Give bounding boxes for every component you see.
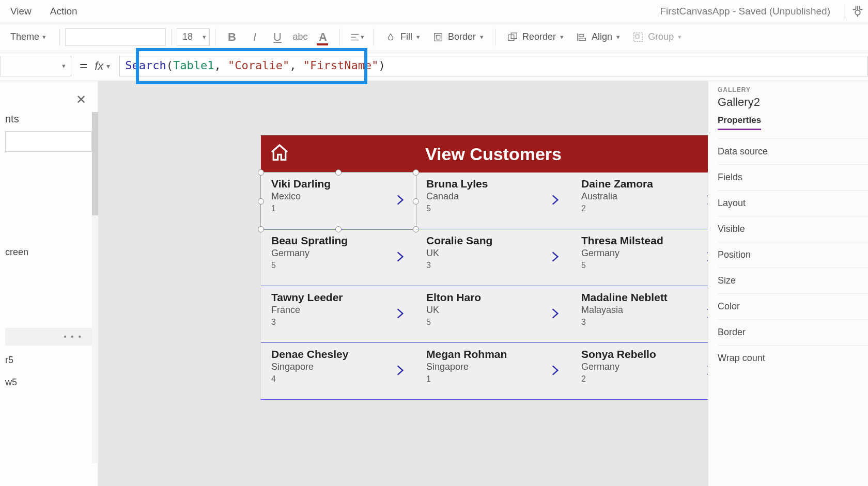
item-name: Tawny Leeder <box>271 291 406 304</box>
item-number: 5 <box>426 318 561 327</box>
align-dropdown[interactable]: Align ▾ <box>570 23 626 51</box>
item-number: 5 <box>426 204 561 213</box>
property-row[interactable]: Wrap count <box>718 345 868 371</box>
svg-point-0 <box>855 10 860 15</box>
tree-item[interactable]: r5 <box>5 353 92 368</box>
tree-item[interactable]: creen <box>5 245 92 260</box>
scrollbar-thumb[interactable] <box>92 112 98 215</box>
reorder-icon <box>507 32 518 43</box>
scrollbar[interactable] <box>92 112 98 463</box>
menu-action[interactable]: Action <box>41 6 87 17</box>
svg-rect-12 <box>636 35 639 38</box>
font-size-dropdown[interactable]: 18 ▾ <box>177 28 210 46</box>
chevron-down-icon[interactable]: ▾ <box>106 62 110 70</box>
item-number: 5 <box>581 261 708 270</box>
chevron-right-icon[interactable] <box>393 307 407 320</box>
property-row[interactable]: Color <box>718 293 868 319</box>
item-number: 1 <box>271 204 406 213</box>
gallery-item[interactable]: Sonya RebelloGermany2 <box>571 343 708 400</box>
theme-label: Theme <box>10 32 39 42</box>
gallery-item[interactable]: Madaline NeblettMalayasia3 <box>571 286 708 343</box>
property-row[interactable]: Size <box>718 268 868 293</box>
gallery-item[interactable]: Denae ChesleySingapore4 <box>261 343 416 400</box>
item-location: Mexico <box>271 191 406 202</box>
gallery-item[interactable]: Bruna LylesCanada5 <box>416 173 571 229</box>
italic-button[interactable]: I <box>243 23 266 51</box>
item-location: UK <box>426 248 561 259</box>
app-checker-icon[interactable] <box>850 4 865 19</box>
property-row[interactable]: Layout <box>718 190 868 216</box>
formula-input[interactable]: Search(Table1, "Coralie", "FirstName") <box>119 56 868 76</box>
border-dropdown[interactable]: Border ▾ <box>426 23 490 51</box>
chevron-right-icon[interactable] <box>393 250 407 263</box>
gallery-item[interactable]: Thresa MilsteadGermany5 <box>571 229 708 286</box>
gallery-item[interactable]: Elton HaroUK5 <box>416 286 571 343</box>
resize-handle[interactable] <box>258 198 264 205</box>
chevron-right-icon[interactable] <box>703 364 708 377</box>
chevron-right-icon[interactable] <box>548 307 562 320</box>
tree-item[interactable]: w5 <box>5 375 92 390</box>
underline-button[interactable]: U <box>266 23 289 51</box>
item-name: Madaline Neblett <box>581 291 708 304</box>
chevron-right-icon[interactable] <box>548 250 562 263</box>
text-align-button[interactable]: ▾ <box>345 23 368 51</box>
gallery-item[interactable]: Daine ZamoraAustralia2 <box>571 173 708 229</box>
formula-id: Table1 <box>173 59 214 72</box>
gallery-item[interactable]: Megan RohmanSingapore1 <box>416 343 571 400</box>
design-canvas[interactable]: View Customers Viki DarlingMexico1Bruna … <box>98 81 708 486</box>
item-location: UK <box>426 305 561 316</box>
formula-fn: Search <box>125 59 166 72</box>
item-name: Bruna Lyles <box>426 178 561 190</box>
property-row[interactable]: Position <box>718 242 868 268</box>
item-name: Thresa Milstead <box>581 234 708 247</box>
chevron-right-icon[interactable] <box>703 307 708 320</box>
property-row[interactable]: Border <box>718 319 868 345</box>
chevron-right-icon[interactable] <box>393 193 407 207</box>
app-title: FirstCanvasApp - Saved (Unpublished) <box>660 6 831 17</box>
item-name: Daine Zamora <box>581 178 708 190</box>
formula-str1: "Coralie" <box>228 59 289 72</box>
property-row[interactable]: Fields <box>718 164 868 190</box>
item-number: 2 <box>581 374 708 384</box>
tree-search-input[interactable] <box>5 131 92 152</box>
tab-properties[interactable]: Properties <box>718 115 761 130</box>
chevron-right-icon[interactable] <box>393 364 407 377</box>
property-selector[interactable]: ▾ <box>0 56 71 76</box>
gallery-item[interactable]: Coralie SangUK3 <box>416 229 571 286</box>
chevron-right-icon[interactable] <box>548 364 562 377</box>
menu-view[interactable]: View <box>1 6 41 17</box>
group-dropdown[interactable]: Group ▾ <box>626 23 688 51</box>
gallery-item[interactable]: Tawny LeederFrance3 <box>261 286 416 343</box>
chevron-down-icon: ▾ <box>678 33 681 41</box>
chevron-down-icon: ▾ <box>62 62 66 70</box>
chevron-right-icon[interactable] <box>703 250 708 263</box>
home-icon[interactable] <box>269 143 290 163</box>
tree-item-selected[interactable]: • • • <box>5 328 92 346</box>
gallery-item[interactable]: Viki DarlingMexico1 <box>261 173 416 229</box>
separator <box>215 28 215 46</box>
bold-button[interactable]: B <box>221 23 243 51</box>
theme-dropdown[interactable]: Theme ▾ <box>2 23 54 51</box>
close-icon[interactable]: ✕ <box>76 92 86 107</box>
align-label: Align <box>592 32 612 42</box>
item-location: France <box>271 305 406 316</box>
chevron-right-icon[interactable] <box>703 193 708 207</box>
item-location: Germany <box>581 362 708 372</box>
property-row[interactable]: Data source <box>718 138 868 164</box>
tree-view-heading: nts <box>5 113 92 125</box>
properties-pane: GALLERY Gallery2 Properties Data sourceF… <box>708 81 868 486</box>
gallery-item[interactable]: Beau SpratlingGermany5 <box>261 229 416 286</box>
font-family-dropdown[interactable] <box>65 28 166 46</box>
item-name: Sonya Rebello <box>581 348 708 360</box>
font-color-button[interactable]: A <box>312 23 334 51</box>
fill-dropdown[interactable]: Fill ▾ <box>379 23 426 51</box>
gallery[interactable]: Viki DarlingMexico1Bruna LylesCanada5Dai… <box>261 173 708 400</box>
fill-icon <box>385 32 396 43</box>
svg-rect-9 <box>579 34 584 37</box>
strikethrough-button[interactable]: abc <box>289 23 312 51</box>
formula-text: , <box>289 59 303 72</box>
reorder-dropdown[interactable]: Reorder ▾ <box>501 23 570 51</box>
chevron-right-icon[interactable] <box>548 193 562 207</box>
property-row[interactable]: Visible <box>718 216 868 242</box>
equals-sign: = <box>80 58 87 74</box>
